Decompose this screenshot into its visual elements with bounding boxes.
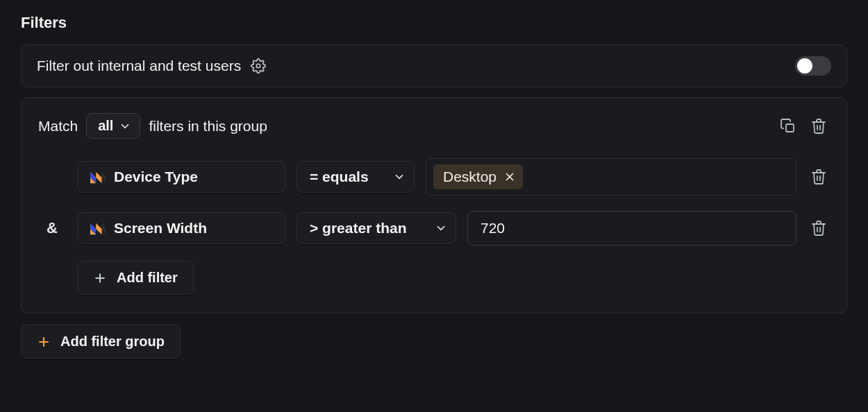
svg-rect-1 bbox=[786, 124, 794, 132]
internal-users-row: Filter out internal and test users bbox=[21, 44, 847, 87]
operator-select[interactable]: = equals bbox=[297, 161, 415, 193]
internal-users-label: Filter out internal and test users bbox=[37, 58, 241, 74]
remove-chip-button[interactable] bbox=[503, 171, 516, 183]
close-icon bbox=[503, 171, 516, 183]
internal-users-toggle[interactable] bbox=[795, 56, 831, 76]
value-chip-label: Desktop bbox=[443, 169, 496, 185]
property-label: Device Type bbox=[114, 169, 198, 185]
match-mode-select[interactable]: all bbox=[86, 113, 140, 139]
filter-row: & Screen Width > greater than bbox=[38, 211, 830, 246]
plus-icon bbox=[93, 271, 107, 285]
operator-label: = equals bbox=[310, 169, 369, 185]
chevron-down-icon bbox=[119, 120, 131, 132]
join-operator: & bbox=[38, 219, 66, 237]
internal-users-settings-button[interactable] bbox=[249, 57, 267, 75]
duplicate-group-button[interactable] bbox=[777, 115, 799, 137]
delete-filter-button[interactable] bbox=[808, 217, 830, 239]
plus-icon bbox=[37, 335, 51, 349]
trash-icon bbox=[810, 118, 827, 135]
posthog-property-icon bbox=[90, 171, 106, 183]
match-suffix: filters in this group bbox=[149, 118, 267, 135]
value-area bbox=[467, 211, 796, 246]
trash-icon bbox=[810, 169, 827, 185]
property-select[interactable]: Device Type bbox=[77, 161, 285, 193]
add-filter-label: Add filter bbox=[117, 270, 178, 286]
match-mode-value: all bbox=[98, 118, 113, 134]
section-title: Filters bbox=[21, 14, 847, 32]
property-label: Screen Width bbox=[114, 220, 207, 237]
add-filter-group-label: Add filter group bbox=[60, 334, 165, 350]
filter-group-header: Match all filters in this group bbox=[38, 113, 830, 139]
copy-icon bbox=[780, 118, 796, 135]
delete-filter-button[interactable] bbox=[808, 166, 830, 188]
value-select[interactable]: Desktop bbox=[426, 158, 796, 196]
value-input[interactable] bbox=[467, 211, 796, 246]
chevron-down-icon bbox=[435, 222, 447, 234]
operator-label: > greater than bbox=[310, 220, 406, 237]
chevron-down-icon bbox=[393, 171, 406, 183]
operator-select[interactable]: > greater than bbox=[297, 212, 456, 244]
add-filter-button[interactable]: Add filter bbox=[77, 261, 194, 295]
add-filter-group-button[interactable]: Add filter group bbox=[21, 325, 181, 359]
match-prefix: Match bbox=[38, 118, 78, 135]
trash-icon bbox=[810, 220, 827, 237]
toggle-knob bbox=[797, 58, 812, 74]
svg-point-0 bbox=[256, 64, 260, 68]
gear-icon bbox=[251, 58, 266, 74]
posthog-property-icon bbox=[90, 222, 106, 234]
value-area: Desktop bbox=[426, 158, 796, 196]
filter-group: Match all filters in this group Device T… bbox=[21, 97, 847, 314]
value-chip: Desktop bbox=[433, 164, 523, 189]
delete-group-button[interactable] bbox=[808, 115, 830, 137]
property-select[interactable]: Screen Width bbox=[77, 212, 285, 244]
filter-row: Device Type = equals Desktop bbox=[38, 158, 830, 196]
